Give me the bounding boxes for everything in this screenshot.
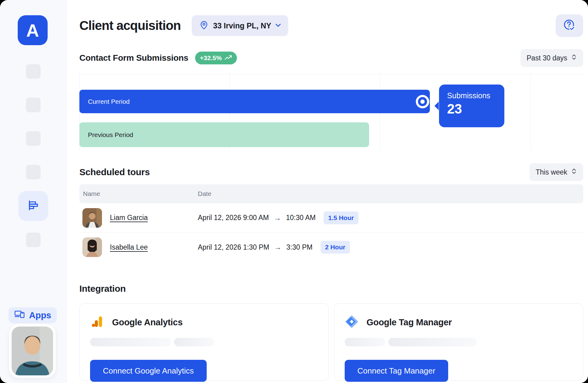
horizontal-bar-chart-icon [26, 198, 40, 214]
week-range-selector[interactable]: This week [529, 163, 583, 181]
sidebar: A [0, 0, 67, 383]
sidebar-item-placeholder-1[interactable] [26, 64, 41, 79]
chevron-down-icon [275, 23, 281, 28]
duration-badge: 2 Hour [321, 241, 350, 254]
sidebar-item-placeholder-2[interactable] [26, 98, 41, 112]
apps-button[interactable]: Apps [9, 307, 57, 323]
skeleton-pill [90, 338, 171, 346]
up-down-chevrons-icon [571, 168, 577, 177]
week-range-value: This week [535, 168, 567, 176]
skeleton-row [90, 338, 318, 346]
tooltip-label: Submissions [447, 91, 504, 100]
current-period-bar[interactable]: Current Period [79, 90, 430, 113]
sidebar-item-analytics-active[interactable] [18, 191, 48, 221]
avatar-photo [82, 208, 102, 228]
avatar [82, 208, 102, 228]
tours-table-header: Name Date [79, 184, 583, 203]
skeleton-pill [174, 338, 214, 346]
duration-badge: 1.5 Hour [324, 211, 358, 224]
integration-heading: Integration [79, 284, 126, 294]
apps-button-label: Apps [29, 310, 51, 320]
submissions-heading: Contact Form Submissions [79, 53, 188, 63]
tour-person-name[interactable]: Isabella Lee [110, 243, 148, 251]
submissions-bar-chart: Current Period Previous Period Submissio… [79, 74, 583, 150]
skeleton-pill [345, 338, 385, 346]
table-row[interactable]: Liam Garcia April 12, 2026 9:00 AM → 10:… [79, 203, 583, 233]
date-range-selector[interactable]: Past 30 days [521, 49, 583, 67]
chart-tooltip: Submissions 23 [439, 85, 504, 127]
app-window: A [0, 0, 588, 383]
tours-heading: Scheduled tours [79, 167, 150, 177]
change-badge: +32.5% [195, 52, 237, 64]
help-question-icon [563, 19, 576, 33]
name-cell: Isabella Lee [79, 237, 198, 257]
skeleton-pill [388, 338, 477, 346]
devices-icon [14, 309, 25, 322]
google-analytics-card: Google Analytics Connect Google Analytic… [79, 303, 329, 381]
column-header-name: Name [79, 190, 198, 197]
table-row[interactable]: Isabella Lee April 12, 2026 1:30 PM → 3:… [79, 233, 583, 262]
sidebar-item-placeholder-4[interactable] [26, 165, 41, 179]
avatar [82, 237, 102, 257]
app-logo[interactable]: A [18, 15, 48, 45]
user-avatar[interactable] [9, 324, 56, 378]
tour-start: April 12, 2026 1:30 PM [198, 243, 269, 251]
tour-person-name[interactable]: Liam Garcia [110, 214, 148, 222]
google-tag-manager-icon [345, 315, 359, 330]
app-logo-letter: A [26, 20, 39, 41]
card-title: Google Analytics [112, 317, 183, 327]
user-avatar-photo [12, 327, 53, 375]
arrow-right-icon: → [274, 243, 281, 251]
arrow-right-icon: → [274, 214, 281, 222]
trending-up-icon [225, 54, 232, 62]
google-analytics-icon [90, 315, 104, 330]
previous-period-bar[interactable]: Previous Period [79, 122, 369, 147]
chart-gridline [530, 74, 531, 150]
date-cell: April 12, 2026 1:30 PM → 3:30 PM 2 Hour [198, 241, 350, 254]
integration-cards: Google Analytics Connect Google Analytic… [79, 303, 583, 381]
up-down-chevrons-icon [571, 53, 577, 63]
date-cell: April 12, 2026 9:00 AM → 10:30 AM 1.5 Ho… [198, 211, 358, 224]
tour-start: April 12, 2026 9:00 AM [198, 214, 269, 222]
tours-section-header: Scheduled tours This week [79, 165, 583, 179]
card-header: Google Analytics [90, 315, 318, 330]
sidebar-nav [0, 64, 66, 247]
page-header: Client acquisition 33 Irving PL, NY [79, 14, 583, 37]
sidebar-item-placeholder-3[interactable] [26, 131, 41, 146]
name-cell: Liam Garcia [79, 208, 198, 228]
sidebar-item-placeholder-5[interactable] [26, 233, 41, 247]
avatar-photo [82, 237, 102, 257]
location-label: 33 Irving PL, NY [213, 21, 271, 30]
card-header: Google Tag Manager [345, 315, 573, 330]
google-tag-manager-card: Google Tag Manager Connect Tag Manager [334, 303, 583, 381]
change-badge-value: +32.5% [200, 54, 222, 62]
tour-end: 3:30 PM [286, 243, 313, 251]
integration-section-header: Integration [79, 281, 583, 296]
tour-end: 10:30 AM [286, 214, 316, 222]
current-period-label: Current Period [88, 98, 130, 105]
tours-table: Name Date Liam Garci [79, 184, 583, 262]
previous-period-label: Previous Period [88, 131, 133, 139]
chart-point-ring [418, 97, 427, 106]
main-content: Client acquisition 33 Irving PL, NY [67, 0, 588, 383]
tooltip-value: 23 [447, 101, 504, 117]
connect-google-analytics-button[interactable]: Connect Google Analytics [90, 360, 207, 382]
page-title: Client acquisition [79, 18, 181, 33]
skeleton-row [345, 338, 573, 346]
column-header-date: Date [198, 190, 211, 197]
location-selector[interactable]: 33 Irving PL, NY [192, 15, 288, 36]
submissions-section-header: Contact Form Submissions +32.5% Past 30 … [79, 51, 583, 65]
map-pin-icon [199, 20, 209, 31]
date-range-value: Past 30 days [527, 54, 567, 62]
connect-tag-manager-button[interactable]: Connect Tag Manager [345, 360, 448, 382]
card-title: Google Tag Manager [367, 317, 452, 327]
help-button[interactable] [556, 14, 583, 37]
